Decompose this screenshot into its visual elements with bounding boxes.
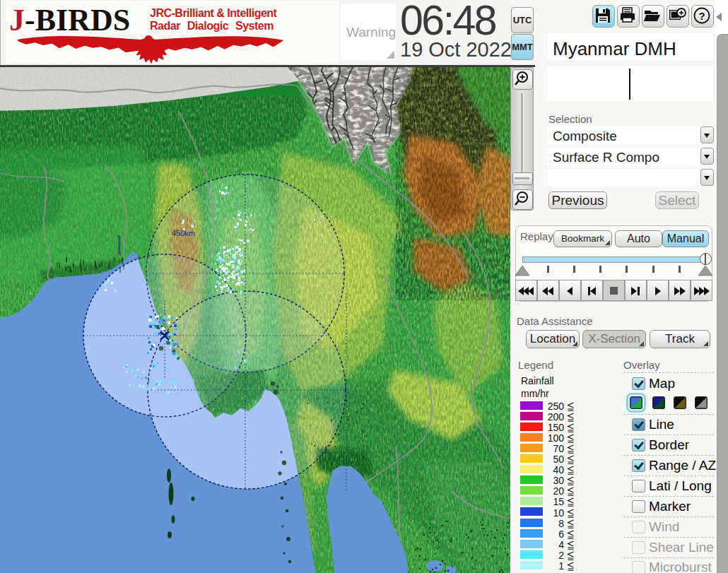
svg-text:?: ? (698, 10, 705, 22)
svg-text:450km: 450km (172, 229, 195, 237)
